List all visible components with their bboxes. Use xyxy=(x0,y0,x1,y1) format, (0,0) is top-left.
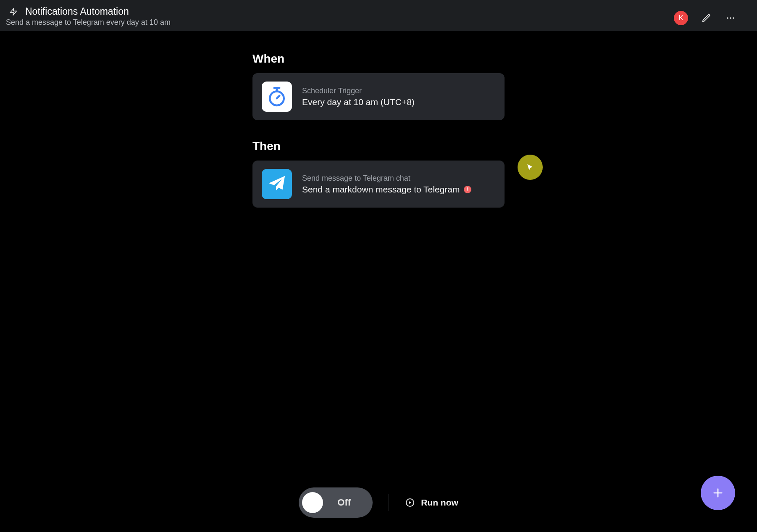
plus-icon xyxy=(711,486,725,500)
automation-bolt-icon xyxy=(6,7,21,17)
user-avatar[interactable]: K xyxy=(674,11,688,25)
trigger-card-body: Scheduler Trigger Every day at 10 am (UT… xyxy=(302,87,495,107)
svg-point-2 xyxy=(730,17,731,19)
action-description: Send a markdown message to Telegram xyxy=(302,184,460,195)
telegram-icon xyxy=(262,169,292,199)
action-card-body: Send message to Telegram chat Send a mar… xyxy=(302,174,495,195)
bottom-bar: Off Run now xyxy=(0,487,757,518)
action-type-label: Send message to Telegram chat xyxy=(302,174,495,183)
workflow-column: When Scheduler Trigger Every day at 10 a… xyxy=(252,52,505,227)
header-actions: K xyxy=(674,11,737,25)
header-title-row: Notifications Automation xyxy=(6,6,747,17)
page-title: Notifications Automation xyxy=(25,6,129,17)
enable-toggle[interactable]: Off xyxy=(299,487,373,518)
svg-point-3 xyxy=(733,17,734,19)
trigger-description: Every day at 10 am (UTC+8) xyxy=(302,97,415,107)
more-button[interactable] xyxy=(724,12,737,24)
toggle-state-label: Off xyxy=(323,497,369,508)
paper-plane-icon xyxy=(267,174,287,194)
stopwatch-icon xyxy=(266,86,287,107)
run-now-label: Run now xyxy=(421,498,458,508)
toggle-knob xyxy=(302,492,323,513)
run-now-button[interactable]: Run now xyxy=(405,498,458,508)
header-left: Notifications Automation Send a message … xyxy=(6,4,747,27)
header-bar: Notifications Automation Send a message … xyxy=(0,0,757,31)
pencil-icon xyxy=(702,13,711,23)
more-horizontal-icon xyxy=(725,13,736,23)
play-circle-icon xyxy=(405,498,415,508)
section-when-label: When xyxy=(252,52,505,66)
workflow-canvas: When Scheduler Trigger Every day at 10 a… xyxy=(0,31,757,227)
trigger-type-label: Scheduler Trigger xyxy=(302,87,495,95)
svg-marker-0 xyxy=(11,8,17,15)
scheduler-icon xyxy=(262,82,292,112)
svg-line-5 xyxy=(277,96,279,98)
trigger-card[interactable]: Scheduler Trigger Every day at 10 am (UT… xyxy=(252,73,505,120)
bottom-divider xyxy=(389,494,389,511)
section-then-label: Then xyxy=(252,140,505,153)
svg-marker-9 xyxy=(409,501,411,504)
add-step-button[interactable] xyxy=(701,476,735,510)
warning-badge: ! xyxy=(464,186,471,193)
action-card[interactable]: Send message to Telegram chat Send a mar… xyxy=(252,161,505,208)
edit-button[interactable] xyxy=(700,12,712,24)
page-subtitle: Send a message to Telegram every day at … xyxy=(6,18,747,27)
svg-point-1 xyxy=(727,17,728,19)
